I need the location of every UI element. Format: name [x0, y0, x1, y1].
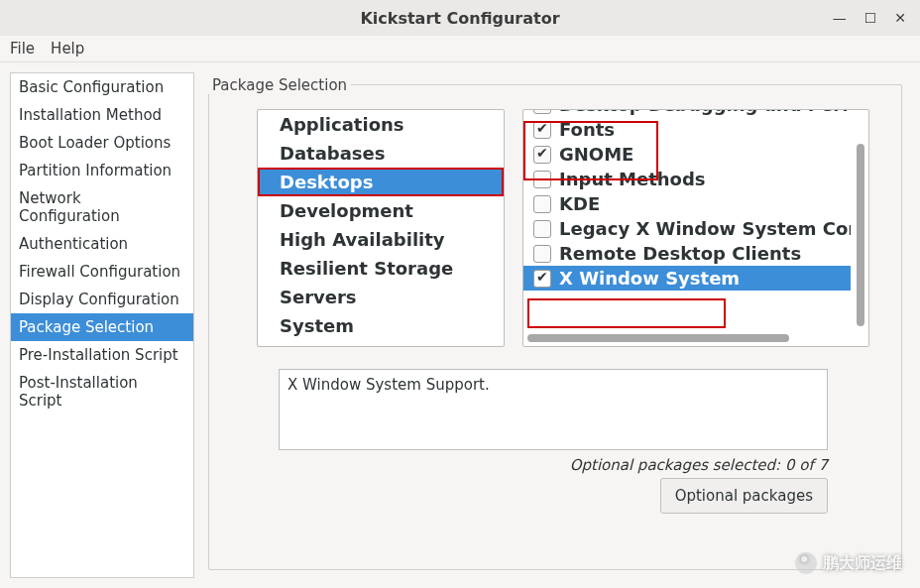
category-row[interactable]: High Availability — [258, 225, 504, 254]
sidebar-item[interactable]: Installation Method — [11, 101, 193, 129]
maximize-icon[interactable]: ☐ — [864, 10, 877, 26]
checkbox-icon[interactable] — [533, 245, 551, 263]
main-panel: Package Selection ApplicationsDatabasesD… — [200, 72, 910, 578]
category-row[interactable]: Desktops — [258, 168, 504, 196]
checkbox-icon[interactable] — [533, 270, 551, 288]
minimize-icon[interactable]: — — [833, 10, 847, 26]
checkbox-icon[interactable] — [533, 220, 551, 238]
checkbox-icon[interactable] — [533, 110, 551, 114]
package-columns: ApplicationsDatabasesDesktopsDevelopment… — [257, 109, 869, 347]
package-label: Legacy X Window System Compatibility — [559, 218, 851, 239]
sidebar-item[interactable]: Partition Information — [11, 157, 193, 184]
package-list[interactable]: Desktop Debugging and PerformanceFontsGN… — [522, 109, 869, 347]
sidebar-item[interactable]: Basic Configuration — [11, 73, 193, 101]
checkbox-icon[interactable] — [533, 146, 551, 164]
menu-file[interactable]: File — [10, 40, 35, 58]
sidebar-item[interactable]: Network Configuration — [11, 184, 193, 230]
window-title: Kickstart Configurator — [0, 9, 920, 28]
category-row[interactable]: Applications — [258, 110, 504, 139]
package-row[interactable]: GNOME — [523, 142, 851, 167]
category-list[interactable]: ApplicationsDatabasesDesktopsDevelopment… — [257, 109, 505, 347]
category-row[interactable]: Resilient Storage — [258, 254, 504, 283]
titlebar: Kickstart Configurator — ☐ ✕ — [0, 0, 920, 36]
package-row[interactable]: Desktop Debugging and Performance — [523, 110, 851, 117]
client-area: Basic ConfigurationInstallation MethodBo… — [0, 62, 920, 588]
package-label: Fonts — [559, 119, 615, 140]
optional-packages-button[interactable]: Optional packages — [660, 478, 828, 514]
sidebar-item[interactable]: Pre-Installation Script — [11, 341, 193, 369]
sidebar: Basic ConfigurationInstallation MethodBo… — [10, 72, 194, 578]
package-row[interactable]: Input Methods — [523, 167, 851, 191]
menu-help[interactable]: Help — [51, 40, 84, 58]
package-row[interactable]: Remote Desktop Clients — [523, 241, 851, 266]
category-row[interactable]: Servers — [258, 283, 504, 311]
checkbox-icon[interactable] — [533, 121, 551, 139]
package-label: Input Methods — [559, 169, 706, 189]
close-icon[interactable]: ✕ — [894, 10, 906, 26]
sidebar-item[interactable]: Post-Installation Script — [11, 369, 193, 414]
checkbox-icon[interactable] — [533, 195, 551, 213]
checkbox-icon[interactable] — [533, 171, 551, 188]
package-row[interactable]: KDE — [523, 191, 851, 216]
package-label: KDE — [559, 193, 600, 214]
category-row[interactable]: Development — [258, 196, 504, 225]
sidebar-item[interactable]: Display Configuration — [11, 286, 193, 313]
package-row[interactable]: Fonts — [523, 117, 851, 142]
package-row[interactable]: Legacy X Window System Compatibility — [523, 216, 851, 241]
panel-body: ApplicationsDatabasesDesktopsDevelopment… — [208, 84, 902, 570]
package-row[interactable]: X Window System — [523, 266, 851, 291]
vertical-scrollbar[interactable] — [855, 114, 866, 326]
window-controls: — ☐ ✕ — [833, 10, 912, 26]
optional-button-wrap: Optional packages — [257, 478, 828, 514]
sidebar-item[interactable]: Boot Loader Options — [11, 129, 193, 157]
package-label: X Window System — [559, 268, 740, 289]
package-label: Desktop Debugging and Performance — [559, 110, 851, 115]
category-row[interactable]: Databases — [258, 139, 504, 168]
fieldset-label: Package Selection — [208, 76, 351, 94]
optional-status: Optional packages selected: 0 of 7 — [257, 456, 828, 474]
sidebar-item[interactable]: Firewall Configuration — [11, 258, 193, 286]
description-box: X Window System Support. — [279, 369, 828, 450]
category-row[interactable]: System — [258, 311, 504, 340]
package-list-inner: Desktop Debugging and PerformanceFontsGN… — [523, 110, 851, 328]
sidebar-item[interactable]: Authentication — [11, 230, 193, 258]
menubar: File Help — [0, 36, 920, 62]
sidebar-item[interactable]: Package Selection — [11, 313, 193, 341]
horizontal-scrollbar[interactable] — [527, 332, 849, 344]
package-label: GNOME — [559, 144, 633, 165]
package-label: Remote Desktop Clients — [559, 243, 801, 264]
